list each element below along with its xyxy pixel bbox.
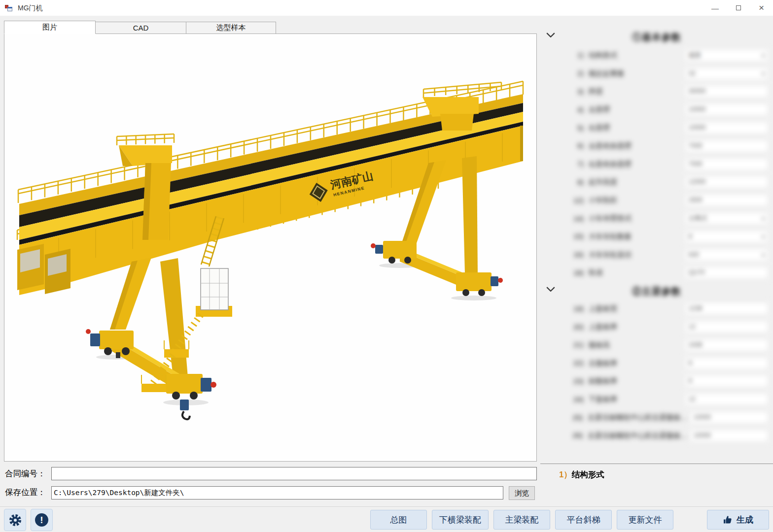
param-input-wrap: 12 <box>683 391 770 407</box>
param-input[interactable]: 10000 <box>685 103 768 116</box>
param-input-wrap: 箱形 <box>683 47 770 64</box>
tab-image[interactable]: 图片 <box>4 21 96 34</box>
param-row: 21)腹板高2436 <box>540 336 773 354</box>
update-files-button[interactable]: 更新文件 <box>617 510 673 530</box>
param-input-wrap: 6 <box>683 373 770 389</box>
param-row: 18)轨道QU70 <box>540 264 773 282</box>
generate-button[interactable]: 生成 <box>707 510 769 530</box>
param-input[interactable]: 2436 <box>685 339 768 351</box>
contract-number-input[interactable] <box>51 467 537 480</box>
param-row: 24)下盖板厚12 <box>540 390 773 408</box>
tab-selection-sample[interactable]: 选型样本 <box>186 22 276 34</box>
param-input-wrap: 7000 <box>683 156 770 172</box>
param-input-wrap: 630 <box>683 247 770 263</box>
tab-cad[interactable]: CAD <box>96 22 186 34</box>
param-number: 2) <box>569 69 584 77</box>
param-input-wrap: 12 <box>683 319 770 335</box>
param-input[interactable]: 10000 <box>690 430 768 442</box>
info-button[interactable]: ! <box>31 509 53 531</box>
param-label: 上盖板宽 <box>589 304 617 313</box>
bottom-toolbar: ! 总图 下横梁装配 主梁装配 平台斜梯 更新文件 生成 <box>0 506 773 532</box>
param-row: 7)右悬有效悬臂7000 <box>540 155 773 173</box>
param-label: 下盖板厚 <box>589 395 617 404</box>
param-number: 1) <box>569 51 584 59</box>
parameter-panel: ①基本参数1)结构形式箱形2)额定起重量323)跨度300004)左悬臂1000… <box>540 30 773 461</box>
param-row: 1)结构形式箱形 <box>540 46 773 65</box>
param-label: 副腹板厚 <box>589 376 617 386</box>
main-girder-assembly-button[interactable]: 主梁装配 <box>493 510 550 530</box>
browse-button[interactable]: 浏览 <box>509 486 535 500</box>
general-drawing-button[interactable]: 总图 <box>370 510 427 530</box>
save-location-input[interactable]: C:\Users\279\Desktop\新建文件夹\ <box>51 486 503 499</box>
param-number: 12) <box>569 197 584 204</box>
param-row: 4)左悬臂10000 <box>540 100 773 119</box>
param-number: 25) <box>569 414 583 422</box>
maximize-button[interactable] <box>727 0 750 16</box>
lower-beam-assembly-button[interactable]: 下横梁装配 <box>432 510 489 530</box>
param-input[interactable]: 7000 <box>685 158 768 170</box>
param-input[interactable]: 10000 <box>690 411 768 424</box>
parameter-sections: ①基本参数1)结构形式箱形2)额定起重量323)跨度300004)左悬臂1000… <box>540 30 773 461</box>
param-combo[interactable]: 630 <box>685 249 768 261</box>
param-label: 腹板高 <box>589 340 610 350</box>
param-input-wrap: 10000 <box>683 101 770 118</box>
param-input-wrap: 2500 <box>683 192 770 208</box>
param-label: 结构形式 <box>589 51 617 60</box>
param-number: 26) <box>569 432 583 439</box>
param-input-wrap: 30000 <box>683 83 770 100</box>
param-input[interactable]: QU70 <box>685 266 768 279</box>
param-input[interactable]: 12 <box>685 393 768 405</box>
param-input[interactable]: 12 <box>685 321 768 333</box>
param-combo[interactable]: 32 <box>685 67 768 80</box>
param-label: 左悬臂 <box>589 105 610 114</box>
param-row: 8)起升高度12000 <box>540 173 773 192</box>
param-input[interactable]: 12000 <box>685 176 768 188</box>
thumbs-up-icon <box>723 515 733 525</box>
param-input[interactable]: 7000 <box>685 140 768 152</box>
detail-panel: 1）结构形式 <box>540 464 773 488</box>
param-number: 19) <box>569 305 584 313</box>
close-button[interactable]: × <box>750 0 773 16</box>
param-input[interactable]: 1236 <box>685 302 768 315</box>
param-number: 16) <box>569 251 584 259</box>
param-combo[interactable]: 8 <box>685 231 768 243</box>
param-input-wrap: 8 <box>683 229 770 245</box>
param-row: 25)主梁压板螺栓中心距主梁腹板距离10000 <box>540 408 773 427</box>
param-input[interactable]: 6 <box>685 375 768 387</box>
param-input[interactable]: 6 <box>685 357 768 369</box>
exclamation-icon: ! <box>35 513 48 527</box>
param-number: 18) <box>569 269 584 277</box>
generate-button-label: 生成 <box>737 514 753 526</box>
param-input-wrap: 10000 <box>688 409 770 426</box>
param-input[interactable]: 30000 <box>685 85 768 98</box>
maximize-icon <box>736 5 741 10</box>
param-combo[interactable]: 箱形 <box>685 49 768 62</box>
param-input-wrap: 10000 <box>688 428 770 444</box>
param-row: 16)大车车轮直径630 <box>540 246 773 264</box>
param-row: 14)小车布置形式分离式 <box>540 209 773 228</box>
platform-ladder-button[interactable]: 平台斜梯 <box>555 510 612 530</box>
detail-label-text: 结构形式 <box>572 470 604 479</box>
param-input-wrap: 6 <box>683 355 770 371</box>
param-label: 小车轨距 <box>589 196 617 205</box>
param-number: 21) <box>569 341 584 349</box>
param-label: 右悬臂 <box>589 123 610 133</box>
param-input-wrap: 分离式 <box>683 210 770 227</box>
param-number: 8) <box>569 178 584 186</box>
param-number: 20) <box>569 323 584 331</box>
param-input[interactable]: 10000 <box>685 122 768 134</box>
param-combo[interactable]: 分离式 <box>685 212 768 225</box>
param-label: 右悬有效悬臂 <box>589 160 632 169</box>
combo-arrow-icon <box>761 218 765 220</box>
combo-arrow-icon <box>761 55 765 57</box>
param-row: 3)跨度30000 <box>540 83 773 101</box>
param-input[interactable]: 2500 <box>685 194 768 206</box>
param-input-wrap: 1236 <box>683 300 770 317</box>
param-input-wrap: 10000 <box>683 120 770 136</box>
window-title: MG门机 <box>18 4 43 13</box>
tab-strip: 图片 CAD 选型样本 <box>4 21 276 34</box>
param-input-wrap: 32 <box>683 66 770 82</box>
param-input-wrap: QU70 <box>683 265 770 281</box>
settings-button[interactable] <box>4 509 26 531</box>
minimize-button[interactable]: — <box>703 0 727 16</box>
